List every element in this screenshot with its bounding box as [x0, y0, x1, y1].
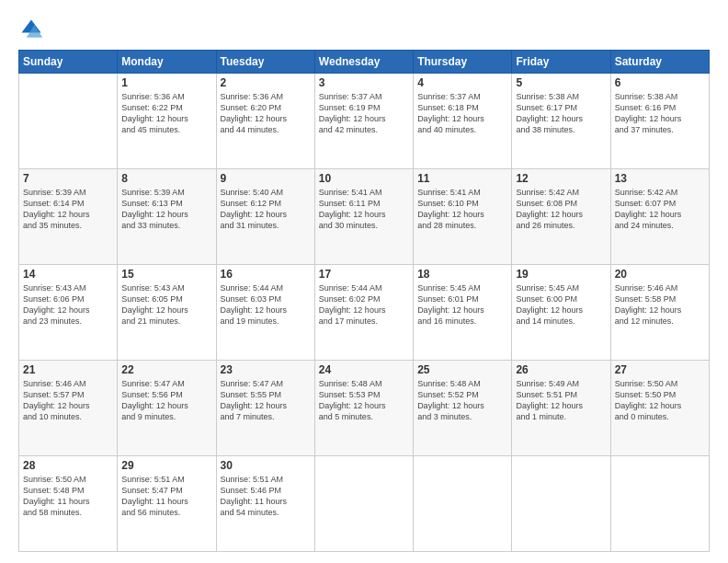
- calendar-cell: 4Sunrise: 5:37 AM Sunset: 6:18 PM Daylig…: [414, 74, 512, 169]
- calendar-cell: 26Sunrise: 5:49 AM Sunset: 5:51 PM Dayli…: [512, 361, 610, 456]
- calendar-cell: 20Sunrise: 5:46 AM Sunset: 5:58 PM Dayli…: [610, 265, 709, 361]
- day-info: Sunrise: 5:41 AM Sunset: 6:10 PM Dayligh…: [417, 187, 507, 232]
- calendar-week-row: 7Sunrise: 5:39 AM Sunset: 6:14 PM Daylig…: [19, 169, 710, 265]
- calendar-cell: 30Sunrise: 5:51 AM Sunset: 5:46 PM Dayli…: [216, 456, 314, 552]
- weekday-header-friday: Friday: [512, 51, 610, 74]
- day-info: Sunrise: 5:45 AM Sunset: 6:00 PM Dayligh…: [516, 282, 606, 327]
- calendar-week-row: 1Sunrise: 5:36 AM Sunset: 6:22 PM Daylig…: [19, 74, 710, 169]
- day-info: Sunrise: 5:50 AM Sunset: 5:48 PM Dayligh…: [23, 474, 113, 519]
- calendar-cell: 3Sunrise: 5:37 AM Sunset: 6:19 PM Daylig…: [314, 74, 413, 169]
- day-number: 19: [516, 268, 606, 281]
- calendar-table: SundayMondayTuesdayWednesdayThursdayFrid…: [18, 50, 710, 552]
- day-number: 21: [23, 363, 113, 376]
- day-number: 25: [417, 363, 507, 376]
- day-number: 18: [417, 268, 507, 281]
- day-number: 11: [417, 172, 507, 185]
- day-info: Sunrise: 5:39 AM Sunset: 6:13 PM Dayligh…: [121, 187, 211, 232]
- day-number: 7: [23, 172, 113, 185]
- calendar-cell: 22Sunrise: 5:47 AM Sunset: 5:56 PM Dayli…: [118, 361, 216, 456]
- day-number: 17: [319, 268, 409, 281]
- day-number: 1: [121, 76, 211, 89]
- calendar-cell: 15Sunrise: 5:43 AM Sunset: 6:05 PM Dayli…: [118, 265, 216, 361]
- day-number: 9: [221, 172, 311, 185]
- calendar-cell: [610, 456, 709, 552]
- weekday-header-thursday: Thursday: [414, 51, 512, 74]
- day-number: 12: [516, 172, 606, 185]
- day-info: Sunrise: 5:50 AM Sunset: 5:50 PM Dayligh…: [615, 378, 705, 423]
- header: [18, 17, 710, 42]
- calendar-cell: 14Sunrise: 5:43 AM Sunset: 6:06 PM Dayli…: [19, 265, 118, 361]
- calendar-cell: 23Sunrise: 5:47 AM Sunset: 5:55 PM Dayli…: [216, 361, 314, 456]
- day-info: Sunrise: 5:36 AM Sunset: 6:22 PM Dayligh…: [121, 91, 211, 136]
- calendar-week-row: 14Sunrise: 5:43 AM Sunset: 6:06 PM Dayli…: [19, 265, 710, 361]
- day-number: 14: [23, 268, 113, 281]
- day-info: Sunrise: 5:37 AM Sunset: 6:18 PM Dayligh…: [417, 91, 507, 136]
- weekday-header-monday: Monday: [118, 51, 216, 74]
- day-info: Sunrise: 5:38 AM Sunset: 6:17 PM Dayligh…: [516, 91, 606, 136]
- calendar-cell: 18Sunrise: 5:45 AM Sunset: 6:01 PM Dayli…: [414, 265, 512, 361]
- calendar-cell: 6Sunrise: 5:38 AM Sunset: 6:16 PM Daylig…: [610, 74, 709, 169]
- weekday-header-sunday: Sunday: [19, 51, 118, 74]
- day-info: Sunrise: 5:39 AM Sunset: 6:14 PM Dayligh…: [23, 187, 113, 232]
- day-info: Sunrise: 5:42 AM Sunset: 6:08 PM Dayligh…: [516, 187, 606, 232]
- calendar-cell: 7Sunrise: 5:39 AM Sunset: 6:14 PM Daylig…: [19, 169, 118, 265]
- day-info: Sunrise: 5:38 AM Sunset: 6:16 PM Dayligh…: [615, 91, 705, 136]
- day-info: Sunrise: 5:42 AM Sunset: 6:07 PM Dayligh…: [615, 187, 705, 232]
- day-number: 26: [516, 363, 606, 376]
- calendar-cell: 21Sunrise: 5:46 AM Sunset: 5:57 PM Dayli…: [19, 361, 118, 456]
- day-info: Sunrise: 5:40 AM Sunset: 6:12 PM Dayligh…: [221, 187, 311, 232]
- day-number: 15: [121, 268, 211, 281]
- day-number: 24: [319, 363, 409, 376]
- day-number: 20: [615, 268, 705, 281]
- day-info: Sunrise: 5:46 AM Sunset: 5:58 PM Dayligh…: [615, 282, 705, 327]
- day-number: 23: [221, 363, 311, 376]
- day-info: Sunrise: 5:47 AM Sunset: 5:55 PM Dayligh…: [221, 378, 311, 423]
- calendar-cell: [314, 456, 413, 552]
- calendar-cell: 11Sunrise: 5:41 AM Sunset: 6:10 PM Dayli…: [414, 169, 512, 265]
- calendar-cell: 13Sunrise: 5:42 AM Sunset: 6:07 PM Dayli…: [610, 169, 709, 265]
- day-number: 29: [121, 459, 211, 472]
- calendar-cell: [19, 74, 118, 169]
- day-number: 3: [319, 76, 409, 89]
- calendar-cell: 29Sunrise: 5:51 AM Sunset: 5:47 PM Dayli…: [118, 456, 216, 552]
- calendar-cell: 5Sunrise: 5:38 AM Sunset: 6:17 PM Daylig…: [512, 74, 610, 169]
- day-info: Sunrise: 5:45 AM Sunset: 6:01 PM Dayligh…: [417, 282, 507, 327]
- calendar-cell: 24Sunrise: 5:48 AM Sunset: 5:53 PM Dayli…: [314, 361, 413, 456]
- calendar-week-row: 28Sunrise: 5:50 AM Sunset: 5:48 PM Dayli…: [19, 456, 710, 552]
- weekday-header-wednesday: Wednesday: [314, 51, 413, 74]
- day-number: 16: [221, 268, 311, 281]
- calendar-cell: 9Sunrise: 5:40 AM Sunset: 6:12 PM Daylig…: [216, 169, 314, 265]
- day-info: Sunrise: 5:51 AM Sunset: 5:46 PM Dayligh…: [221, 474, 311, 519]
- calendar-cell: 10Sunrise: 5:41 AM Sunset: 6:11 PM Dayli…: [314, 169, 413, 265]
- day-number: 8: [121, 172, 211, 185]
- calendar-cell: 27Sunrise: 5:50 AM Sunset: 5:50 PM Dayli…: [610, 361, 709, 456]
- weekday-header-saturday: Saturday: [610, 51, 709, 74]
- calendar-cell: 17Sunrise: 5:44 AM Sunset: 6:02 PM Dayli…: [314, 265, 413, 361]
- day-info: Sunrise: 5:49 AM Sunset: 5:51 PM Dayligh…: [516, 378, 606, 423]
- logo-icon: [18, 17, 44, 42]
- weekday-header-row: SundayMondayTuesdayWednesdayThursdayFrid…: [19, 51, 710, 74]
- calendar-cell: 19Sunrise: 5:45 AM Sunset: 6:00 PM Dayli…: [512, 265, 610, 361]
- day-info: Sunrise: 5:36 AM Sunset: 6:20 PM Dayligh…: [221, 91, 311, 136]
- day-info: Sunrise: 5:43 AM Sunset: 6:06 PM Dayligh…: [23, 282, 113, 327]
- day-number: 5: [516, 76, 606, 89]
- logo: [18, 17, 48, 42]
- day-number: 4: [417, 76, 507, 89]
- day-number: 27: [615, 363, 705, 376]
- calendar-cell: [512, 456, 610, 552]
- day-info: Sunrise: 5:48 AM Sunset: 5:52 PM Dayligh…: [417, 378, 507, 423]
- day-number: 2: [221, 76, 311, 89]
- day-number: 28: [23, 459, 113, 472]
- calendar-cell: 16Sunrise: 5:44 AM Sunset: 6:03 PM Dayli…: [216, 265, 314, 361]
- day-info: Sunrise: 5:44 AM Sunset: 6:03 PM Dayligh…: [221, 282, 311, 327]
- calendar-cell: 25Sunrise: 5:48 AM Sunset: 5:52 PM Dayli…: [414, 361, 512, 456]
- day-info: Sunrise: 5:46 AM Sunset: 5:57 PM Dayligh…: [23, 378, 113, 423]
- day-info: Sunrise: 5:43 AM Sunset: 6:05 PM Dayligh…: [121, 282, 211, 327]
- day-number: 13: [615, 172, 705, 185]
- calendar-cell: [414, 456, 512, 552]
- day-number: 10: [319, 172, 409, 185]
- calendar-cell: 12Sunrise: 5:42 AM Sunset: 6:08 PM Dayli…: [512, 169, 610, 265]
- day-number: 6: [615, 76, 705, 89]
- calendar-cell: 28Sunrise: 5:50 AM Sunset: 5:48 PM Dayli…: [19, 456, 118, 552]
- weekday-header-tuesday: Tuesday: [216, 51, 314, 74]
